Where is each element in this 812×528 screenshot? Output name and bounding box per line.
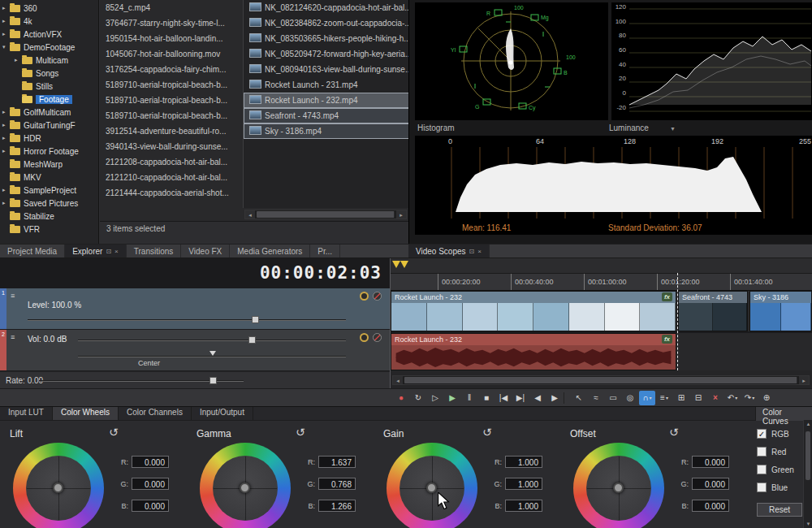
envelope-edit-tool-button[interactable]: ≈ ▾ [588,391,604,405]
checkbox[interactable]: ✓ [757,429,767,439]
tree-item[interactable]: ▸ ActionVFX [0,28,98,41]
color-wheel[interactable] [573,443,664,528]
rate-slider-handle[interactable] [209,377,217,384]
chevron-down-icon[interactable]: ▾ [752,395,754,400]
video-track-header[interactable]: 1 ≡ Level: 100.0 % [0,288,390,330]
wheel-reset-icon[interactable]: ↺ [482,426,492,439]
curves-reset-button[interactable]: Reset [757,503,802,517]
green-value-input[interactable]: 0.000 [132,478,169,490]
video-clip[interactable]: Rocket Launch - 232fx [391,291,676,331]
luminance-dropdown[interactable]: Luminance▼ [609,123,676,132]
automation-settings-icon[interactable] [360,292,369,301]
file-item[interactable]: 3940143-view-ball-during-sunse... [100,139,243,154]
expand-caret-icon[interactable]: ▸ [2,109,10,115]
go-to-start-button[interactable]: |◀ ▾ [495,391,512,405]
color-wheel-handle[interactable] [613,483,624,493]
blue-value-input[interactable]: 1.266 [318,500,356,512]
clip-fx-icon[interactable]: fx [662,335,672,344]
next-frame-button[interactable]: ▶ ▾ [546,391,563,405]
color-curves-tab[interactable]: Color Curves [755,407,812,421]
expand-caret-icon[interactable]: ▸ [15,57,22,63]
file-item[interactable]: 8524_c.mp4 [100,0,243,15]
timecode-display[interactable]: 00:00:02:03 [260,263,382,283]
file-item[interactable]: 3912514-adventure-beautiful-ro... [100,123,243,139]
track-menu-icon[interactable]: ≡ [11,292,15,300]
expand-caret-icon[interactable]: ▸ [2,200,10,206]
green-value-input[interactable]: 1.000 [505,478,542,490]
wheel-reset-icon[interactable]: ↺ [109,426,119,439]
scrollbar-thumb[interactable] [257,211,395,218]
checkbox[interactable] [757,447,767,457]
chevron-down-icon[interactable]: ▾ [666,395,668,400]
tree-item[interactable]: ▸ Multicam [0,54,98,67]
color-panel-tab[interactable]: Input LUT [0,407,53,420]
zoom-in-button[interactable]: ⊕ ▾ [758,391,775,405]
pin-icon[interactable]: ⊡ [106,248,111,255]
expand-caret-icon[interactable]: ▸ [2,187,10,193]
tree-item[interactable]: Footage [0,93,98,106]
file-item[interactable]: Rocket Launch - 232.mp4 [244,93,409,108]
expand-caret-icon[interactable]: ▸ [2,5,10,11]
tree-item[interactable]: ▾ DemoFootage [0,41,98,54]
record-button[interactable]: ● ▾ [393,391,409,405]
loop-playback-button[interactable]: ↻ ▾ [410,391,426,405]
play-button[interactable]: ▶ ▾ [444,391,460,405]
panel-tab[interactable]: Media Generators ⊡ × [230,245,310,258]
channel-checkbox-row[interactable]: Blue [757,478,802,496]
color-wheel-handle[interactable] [240,483,250,493]
blue-value-input[interactable]: 0.000 [132,500,169,512]
red-value-input[interactable]: 0.000 [132,456,169,468]
mute-icon[interactable] [373,333,382,342]
tree-item[interactable]: VFR [0,223,98,236]
timeline[interactable]: 00:00:20:0000:00:40:0000:01:00:0000:01:2… [390,258,812,388]
color-panel-tab[interactable]: Color Wheels [53,407,119,420]
file-item[interactable]: 5189710-aerial-tropical-beach-b... [100,93,243,108]
file-item[interactable]: 3176254-cappadocia-fairy-chim... [100,62,243,77]
checkbox[interactable] [757,465,767,474]
lock-envelopes-button[interactable]: ⊞ ▾ [673,391,689,405]
scroll-left-arrow-icon[interactable]: ◂ [245,210,255,219]
color-wheel-handle[interactable] [53,483,63,493]
file-item[interactable]: 1045067-hot-air-ballooning.mov [100,46,243,62]
tree-item[interactable]: Stabilize [0,210,98,223]
file-item[interactable]: NK_085209472-forward-high-key-aeria... [244,46,409,62]
chevron-down-icon[interactable]: ▾ [735,395,737,400]
close-icon[interactable]: × [477,248,482,255]
color-wheel[interactable] [13,443,104,528]
red-value-input[interactable]: 1.000 [505,456,542,468]
pause-button[interactable]: ‖ ▾ [461,391,477,405]
wheel-reset-icon[interactable]: ↺ [296,426,305,439]
tree-item[interactable]: MeshWarp [0,158,98,171]
scroll-right-arrow-icon[interactable]: ▸ [396,210,406,219]
tree-item[interactable]: ▸ 360 [0,2,98,15]
color-panel-vertical-scrollbar[interactable]: ▲ ▼ [803,420,812,528]
panel-tab[interactable]: Pr... ⊡ × [310,245,340,258]
green-value-input[interactable]: 0.000 [692,478,729,490]
expand-caret-icon[interactable]: ▸ [2,122,10,128]
file-item[interactable]: Seafront - 4743.mp4 [244,108,409,123]
tree-item[interactable]: ▸ Horror Footage [0,145,98,158]
tree-item[interactable]: ▸ SampleProject [0,184,98,197]
automation-settings-icon[interactable] [360,333,369,342]
timeline-marker-icon[interactable] [392,261,400,268]
enable-snapping-button[interactable]: ∩ ▾ [639,391,655,405]
tree-item[interactable]: ▸ HDR [0,132,98,145]
panel-tab[interactable]: Video FX ⊡ × [181,245,230,258]
expand-caret-icon[interactable]: ▸ [2,135,10,141]
file-item[interactable]: NK_083503665-hikers-people-hiking-h... [244,31,409,46]
color-panel-tab[interactable]: Color Channels [119,407,192,420]
file-item[interactable]: 5189710-aerial-tropical-beach-b... [100,108,243,123]
tree-item[interactable]: ▸ GuitarTuningF [0,119,98,132]
volume-slider-track[interactable] [78,340,346,341]
pan-slider-handle[interactable] [209,351,216,356]
close-icon[interactable]: × [114,248,119,255]
tree-item[interactable]: ▸ GolfMulticam [0,106,98,119]
expand-caret-icon[interactable]: ▾ [2,44,10,50]
scrollbar-thumb[interactable] [404,377,797,383]
color-wheel-handle[interactable] [426,483,437,493]
audio-clip[interactable]: Rocket Launch - 232fx [391,333,676,370]
delete-button[interactable]: × ▾ [707,391,723,405]
file-item[interactable]: Rocket Launch - 231.mp4 [244,77,409,93]
zoom-edit-tool-button[interactable]: ◎ ▾ [622,391,638,405]
file-item[interactable]: 1950154-hot-air-balloon-landin... [100,31,243,46]
